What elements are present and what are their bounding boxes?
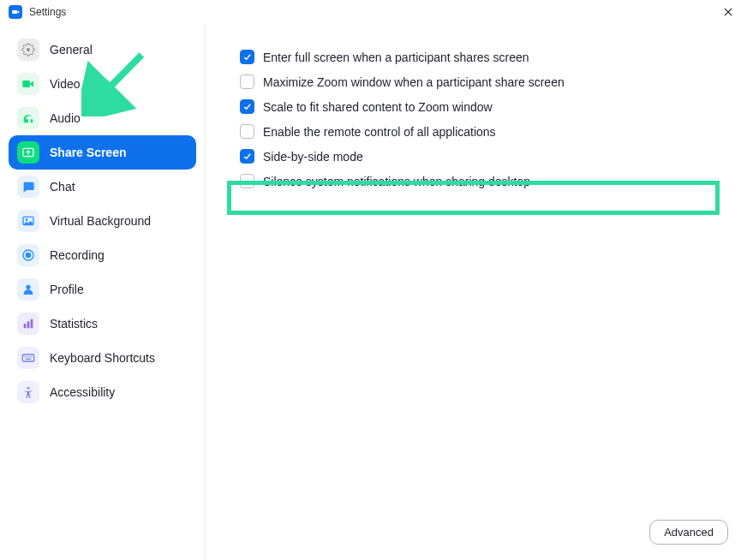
sidebar-item-label: Share Screen bbox=[50, 146, 127, 159]
svg-rect-18 bbox=[26, 359, 32, 360]
window-title: Settings bbox=[29, 6, 66, 18]
app-icon bbox=[9, 5, 22, 19]
checkbox[interactable] bbox=[240, 174, 254, 188]
sidebar-item-label: Audio bbox=[50, 111, 81, 125]
sidebar-item-audio[interactable]: Audio bbox=[9, 101, 196, 135]
option-row[interactable]: Enter full screen when a participant sha… bbox=[240, 50, 730, 64]
vbg-icon bbox=[17, 210, 39, 232]
keyboard-icon bbox=[17, 347, 39, 369]
option-row[interactable]: Maximize Zoom window when a participant … bbox=[240, 74, 730, 89]
svg-rect-10 bbox=[24, 324, 27, 328]
sidebar-item-profile[interactable]: Profile bbox=[9, 272, 196, 307]
svg-rect-13 bbox=[22, 354, 33, 361]
svg-point-2 bbox=[27, 48, 30, 51]
option-row[interactable]: Silence system notifications when sharin… bbox=[240, 174, 730, 188]
option-label: Enter full screen when a participant sha… bbox=[263, 51, 529, 64]
accessibility-icon bbox=[17, 381, 39, 403]
sidebar-item-label: Video bbox=[50, 77, 81, 91]
sidebar-item-label: General bbox=[50, 43, 93, 57]
share-icon bbox=[17, 141, 39, 164]
option-row[interactable]: Enable the remote control of all applica… bbox=[240, 124, 730, 139]
checkbox[interactable] bbox=[240, 124, 254, 139]
sidebar-item-stats[interactable]: Statistics bbox=[9, 307, 196, 341]
option-label: Silence system notifications when sharin… bbox=[263, 175, 530, 188]
sidebar-item-keyboard[interactable]: Keyboard Shortcuts bbox=[9, 341, 196, 375]
profile-icon bbox=[17, 278, 39, 301]
option-label: Scale to fit shared content to Zoom wind… bbox=[263, 100, 493, 114]
chat-icon bbox=[17, 176, 39, 198]
sidebar-item-label: Statistics bbox=[50, 317, 98, 331]
content-panel: Enter full screen when a participant sha… bbox=[206, 24, 747, 560]
sidebar-item-label: Chat bbox=[50, 180, 75, 194]
svg-rect-11 bbox=[27, 321, 30, 328]
general-icon bbox=[17, 39, 39, 61]
checkbox[interactable] bbox=[240, 99, 254, 114]
option-label: Side-by-side mode bbox=[263, 150, 363, 164]
sidebar-item-label: Keyboard Shortcuts bbox=[50, 351, 155, 365]
option-label: Enable the remote control of all applica… bbox=[263, 125, 496, 139]
checkbox[interactable] bbox=[240, 149, 254, 164]
sidebar-item-label: Recording bbox=[50, 248, 105, 262]
sidebar-item-share[interactable]: Share Screen bbox=[9, 135, 196, 170]
option-row[interactable]: Side-by-side mode bbox=[240, 149, 730, 164]
svg-point-6 bbox=[26, 218, 28, 221]
sidebar-item-label: Virtual Background bbox=[50, 214, 151, 228]
svg-rect-16 bbox=[29, 356, 30, 357]
option-label: Maximize Zoom window when a participant … bbox=[263, 75, 565, 89]
close-button[interactable] bbox=[718, 2, 738, 22]
svg-point-9 bbox=[26, 285, 30, 289]
sidebar-item-general[interactable]: General bbox=[9, 33, 196, 67]
sidebar-item-vbg[interactable]: Virtual Background bbox=[9, 204, 196, 238]
advanced-button[interactable]: Advanced bbox=[649, 520, 728, 545]
sidebar: GeneralVideoAudioShare ScreenChatVirtual… bbox=[0, 24, 206, 560]
sidebar-item-chat[interactable]: Chat bbox=[9, 170, 196, 204]
svg-rect-17 bbox=[31, 356, 32, 357]
svg-point-8 bbox=[26, 253, 30, 257]
checkbox[interactable] bbox=[240, 74, 254, 89]
audio-icon bbox=[17, 107, 39, 129]
titlebar: Settings bbox=[0, 0, 747, 24]
sidebar-item-video[interactable]: Video bbox=[9, 67, 196, 101]
stats-icon bbox=[17, 313, 39, 335]
option-row[interactable]: Scale to fit shared content to Zoom wind… bbox=[240, 99, 730, 114]
svg-point-19 bbox=[27, 387, 30, 390]
sidebar-item-label: Accessibility bbox=[50, 385, 115, 399]
sidebar-item-accessibility[interactable]: Accessibility bbox=[9, 375, 196, 409]
sidebar-item-record[interactable]: Recording bbox=[9, 238, 196, 272]
svg-rect-12 bbox=[31, 319, 33, 329]
svg-rect-15 bbox=[27, 356, 27, 357]
video-icon bbox=[17, 73, 39, 95]
checkbox[interactable] bbox=[240, 50, 254, 64]
svg-rect-14 bbox=[24, 356, 25, 357]
record-icon bbox=[17, 244, 39, 266]
sidebar-item-label: Profile bbox=[50, 283, 84, 296]
svg-rect-3 bbox=[22, 80, 30, 87]
